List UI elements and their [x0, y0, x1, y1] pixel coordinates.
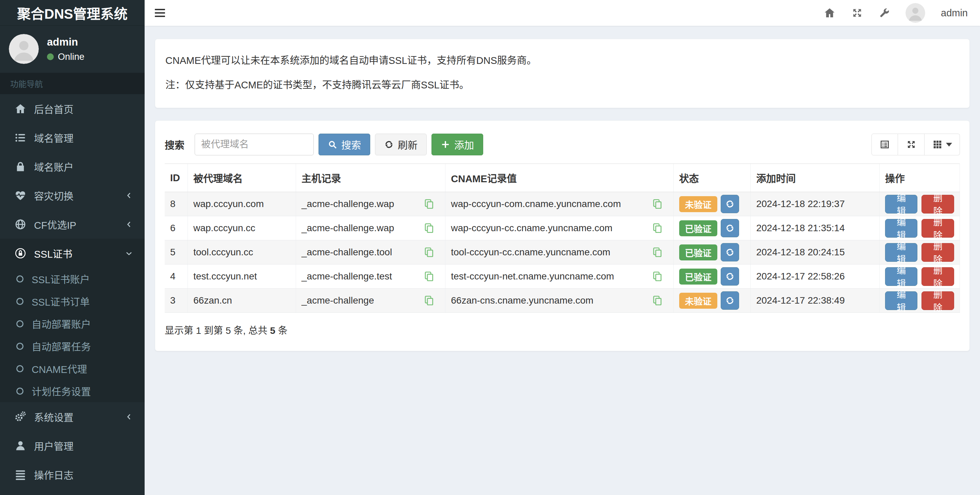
cell-status: 未验证: [673, 192, 751, 216]
col-time: 添加时间: [751, 164, 880, 192]
copy-icon[interactable]: [423, 246, 435, 258]
copy-icon[interactable]: [423, 198, 435, 210]
recheck-button[interactable]: [721, 243, 739, 262]
cell-cname: test-cccyun-net.cname.yuncname.com: [445, 265, 674, 289]
globe-icon: [14, 218, 27, 230]
copy-icon[interactable]: [652, 222, 663, 234]
circle-icon: [16, 320, 24, 327]
copy-icon[interactable]: [423, 222, 435, 234]
refresh-icon: [725, 296, 735, 305]
delete-button[interactable]: 删除: [921, 267, 954, 286]
sidebar-subitem-ssl-orders[interactable]: SSL证书订单: [0, 290, 145, 313]
cell-actions: 编辑 删除: [879, 265, 959, 289]
circle-icon: [16, 343, 24, 350]
sidebar-item-failover[interactable]: 容灾切换: [0, 181, 145, 210]
copy-icon[interactable]: [652, 271, 663, 282]
recheck-button[interactable]: [721, 267, 739, 286]
sidebar-subitem-cron-settings[interactable]: 计划任务设置: [0, 380, 145, 402]
delete-button[interactable]: 删除: [921, 243, 954, 262]
cell-cname: wap-cccyun-cc.cname.yuncname.com: [445, 216, 674, 240]
copy-icon[interactable]: [652, 246, 663, 258]
delete-button[interactable]: 删除: [921, 219, 954, 238]
refresh-icon: [384, 140, 394, 149]
copy-icon[interactable]: [652, 295, 663, 306]
info-line-1: CNAME代理可以让未在本系统添加的域名自动申请SSL证书，支持所有DNS服务商…: [165, 53, 959, 68]
refresh-icon: [725, 199, 735, 209]
info-line-2: 注：仅支持基于ACME的证书类型，不支持腾讯云等云厂商SSL证书。: [165, 78, 959, 92]
home-button[interactable]: [824, 7, 836, 19]
sidebar-item-operation-logs[interactable]: 操作日志: [0, 460, 145, 489]
edit-button[interactable]: 编辑: [885, 267, 918, 286]
cell-domain: wap.cccyun.com: [188, 192, 296, 216]
col-cname: CNAME记录值: [445, 164, 674, 192]
sidebar-subitem-ssl-accounts[interactable]: SSL证书账户: [0, 268, 145, 290]
online-dot-icon: [47, 53, 54, 60]
sidebar: 聚合DNS管理系统 admin Online 功能导航 后台首页 域名管理 域名…: [0, 0, 145, 495]
grid-icon: [932, 140, 943, 149]
search-button[interactable]: 搜索: [318, 133, 370, 155]
cell-status: 已验证: [673, 265, 751, 289]
sidebar-item-domain-accounts[interactable]: 域名账户: [0, 152, 145, 181]
app-title: 聚合DNS管理系统: [17, 3, 127, 23]
app-logo[interactable]: 聚合DNS管理系统: [0, 0, 145, 26]
copy-icon[interactable]: [652, 198, 663, 210]
cell-actions: 编辑 删除: [879, 289, 959, 313]
copy-icon[interactable]: [423, 271, 435, 282]
refresh-icon: [725, 224, 735, 233]
delete-button[interactable]: 删除: [921, 195, 954, 214]
edit-button[interactable]: 编辑: [885, 243, 918, 262]
cell-host: _acme-challenge.test: [296, 265, 445, 289]
status-badge: 未验证: [679, 293, 717, 309]
sidebar-item-system-settings[interactable]: 系统设置: [0, 402, 145, 431]
hamburger-icon: [155, 9, 165, 17]
cell-domain: test.cccyun.net: [188, 265, 296, 289]
sidebar-subitem-deploy-accounts[interactable]: 自动部署账户: [0, 313, 145, 335]
edit-button[interactable]: 编辑: [885, 291, 918, 310]
sidebar-item-cf-ip[interactable]: CF优选IP: [0, 210, 145, 239]
sidebar-item-domains[interactable]: 域名管理: [0, 123, 145, 152]
search-input[interactable]: [195, 133, 314, 155]
list-view-icon: [879, 139, 890, 150]
chevron-down-icon: [125, 249, 133, 257]
main-content: CNAME代理可以让未在本系统添加的域名自动申请SSL证书，支持所有DNS服务商…: [145, 26, 980, 495]
avatar[interactable]: [905, 3, 925, 23]
sidebar-subitem-cname-proxy[interactable]: CNAME代理: [0, 357, 145, 380]
expand-arrows-icon: [906, 140, 916, 149]
circle-icon: [16, 298, 24, 305]
cell-cname: tool-cccyun-cc.cname.yuncname.com: [445, 240, 674, 265]
user-name: admin: [47, 36, 84, 48]
add-button[interactable]: 添加: [431, 133, 483, 155]
sidebar-item-ssl-cert[interactable]: SSL证书: [0, 239, 145, 268]
delete-button[interactable]: 删除: [921, 291, 954, 310]
recheck-button[interactable]: [721, 291, 739, 310]
edit-button[interactable]: 编辑: [885, 195, 918, 214]
col-id: ID: [165, 164, 188, 192]
sidebar-toggle-button[interactable]: [145, 0, 175, 26]
cell-status: 已验证: [673, 216, 751, 240]
home-icon: [824, 7, 836, 19]
refresh-button[interactable]: 刷新: [375, 133, 427, 155]
status-badge: 已验证: [679, 268, 717, 284]
settings-wrench-button[interactable]: [878, 8, 890, 19]
pagination-summary: 显示第 1 到第 5 条, 总共 5 条: [165, 323, 960, 336]
recheck-button[interactable]: [721, 195, 739, 213]
cell-id: 6: [165, 216, 188, 240]
topbar-username[interactable]: admin: [941, 8, 968, 19]
col-status: 状态: [673, 164, 751, 192]
recheck-button[interactable]: [721, 219, 739, 237]
toggle-view-button[interactable]: [872, 133, 898, 155]
sidebar-item-user-management[interactable]: 用户管理: [0, 431, 145, 460]
cell-time: 2024-12-18 21:35:14: [751, 216, 880, 240]
cell-time: 2024-12-18 22:19:37: [751, 192, 880, 216]
table-fullscreen-button[interactable]: [898, 133, 924, 155]
cell-time: 2024-12-18 20:24:15: [751, 240, 880, 265]
edit-button[interactable]: 编辑: [885, 219, 918, 238]
sidebar-item-dashboard[interactable]: 后台首页: [0, 94, 145, 123]
circle-icon: [16, 365, 24, 372]
sidebar-subitem-deploy-tasks[interactable]: 自动部署任务: [0, 335, 145, 357]
table-toolbar: 搜索 搜索 刷新 添加: [165, 133, 960, 155]
columns-dropdown-button[interactable]: [924, 133, 960, 155]
fullscreen-button[interactable]: [851, 7, 863, 19]
copy-icon[interactable]: [423, 295, 435, 306]
cell-domain: tool.cccyun.cc: [188, 240, 296, 265]
